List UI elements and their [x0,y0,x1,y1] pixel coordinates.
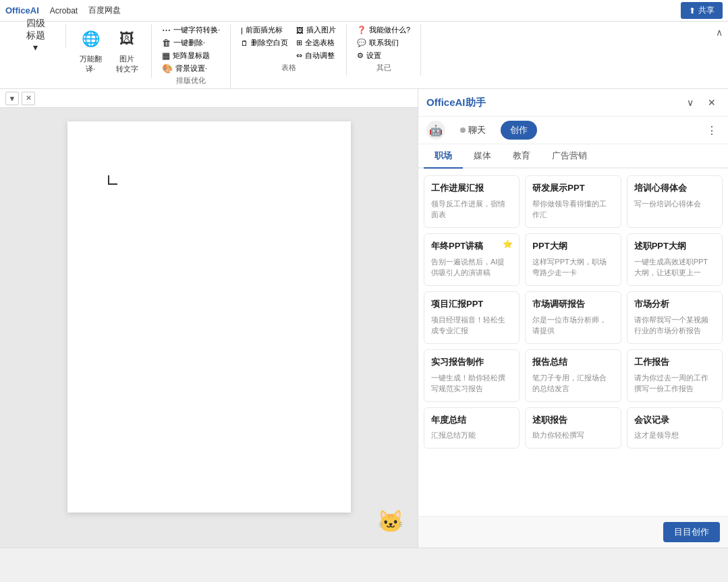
share-icon: ⬆ [689,6,696,16]
card-ppt-outline[interactable]: PPT大纲 这样写PPT大纲，职场弯路少走一卡 [525,233,621,286]
toolbar-close-icon[interactable]: ✕ [22,92,35,105]
bg-setting-button[interactable]: 🎨 背景设置· [160,63,222,74]
collapse-ribbon-icon[interactable]: ∧ [716,27,723,38]
heading-selector[interactable]: 四级标题 ▾ [24,24,48,46]
category-education[interactable]: 教育 [502,144,541,169]
workspace: ▼ ✕ 🐱 OfficeAI助手 ∨ ✕ 🤖 聊 [0,89,728,548]
card-year-end-ppt[interactable]: 年终PPT讲稿 告别一遍说然后，AI提供吸引人的演讲稿 ⭐ [424,233,520,286]
category-workplace[interactable]: 职场 [424,144,463,169]
cards-container: 工作进展汇报 领导反工作进展，宿情面表 研发展示PPT 帮你做领导看得懂的工作汇… [418,169,728,516]
select-icon: ⊞ [296,38,302,47]
create-button[interactable]: 目目创作 [663,522,720,542]
card-project-report[interactable]: 项目汇报PPT 项目经理福音！轻松生成专业汇报 [424,291,520,344]
card-work-report[interactable]: 工作报告 请为你过去一周的工作撰写一份工作报告 [627,349,723,402]
delete-blank-page-button[interactable]: 🗒 删除空白页 [239,37,290,49]
card-training-desc: 写一份培训心得体会 [634,198,715,210]
contact-icon: 💬 [357,38,366,47]
card-market-survey-title: 市场调研报告 [532,299,613,310]
one-key-symbol-button[interactable]: ⋯ 一键字符转换· [160,24,222,36]
card-report-summary[interactable]: 报告总结 笔刀子专用，汇报场合的总结发言 [525,349,621,402]
ai-panel-header: OfficeAI助手 ∨ ✕ [418,89,728,117]
tile-icon: ▦ [162,51,170,61]
translate-label: 万能翻 译· [80,54,102,74]
card-resume-ppt[interactable]: 述职PPT大纲 一键生成高效述职PPT大纲，让述职更上一 [627,233,723,286]
card-work-progress[interactable]: 工作进展汇报 领导反工作进展，宿情面表 [424,175,520,228]
minimize-icon[interactable]: ∨ [682,94,698,111]
tile-title-button[interactable]: ▦ 矩阵显标题 [160,50,222,61]
top-bar: OfficeAI Acrobat 百度网盘 ⬆ 共享 [0,0,728,22]
help-section: ❓ 我能做什么? 💬 联系我们 ⚙ 设置 其已 [347,24,421,76]
what-can-do-button[interactable]: ❓ 我能做什么? [355,24,412,36]
one-key-delete-button[interactable]: 🗑 一键删除· [160,37,222,49]
card-report-summary-desc: 笔刀子专用，汇报场合的总结发言 [532,372,613,395]
contact-us-button[interactable]: 💬 联系我们 [355,37,412,49]
img-to-text-label: 图片转文字 [116,54,138,74]
card-meeting-minutes[interactable]: 会议记录 这才是领导想 [627,407,723,448]
chat-dot [460,127,466,133]
card-project-report-desc: 项目经理福音！轻松生成专业汇报 [431,314,512,337]
document-area: ▼ ✕ 🐱 [0,89,418,548]
cards-grid: 工作进展汇报 领导反工作进展，宿情面表 研发展示PPT 帮你做领导看得懂的工作汇… [424,175,723,448]
table-label: 表格 [281,63,296,73]
tab-chat[interactable]: 聊天 [451,121,495,140]
card-performance-report-desc: 助力你轻松撰写 [532,430,613,441]
more-options-icon[interactable]: ⋮ [704,122,720,138]
insert-cursor-button[interactable]: | 前面插光标 [239,24,290,36]
card-annual-summary-title: 年度总结 [431,415,512,426]
card-work-report-title: 工作报告 [634,357,715,368]
collapse-icon[interactable]: ▼ [5,92,19,105]
img-to-text-button[interactable]: 🖼 图片转文字 [111,24,143,76]
card-meeting-minutes-desc: 这才是领导想 [634,430,715,441]
tab-create[interactable]: 创作 [501,121,537,140]
delete-icon: 🗑 [162,38,171,48]
create-tab-label: 创作 [510,124,528,136]
ribbon: 四级标题 ▾ 🌐 万能翻 译· 🖼 图片转文字 [0,22,728,89]
card-year-end-star-icon: ⭐ [503,239,513,250]
card-annual-summary[interactable]: 年度总结 汇报总结万能 [424,407,520,448]
cursor-icon: | [241,26,243,34]
translate-button[interactable]: 🌐 万能翻 译· [74,24,107,76]
settings-button[interactable]: ⚙ 设置 [355,50,412,61]
app-logo: OfficeAI [5,5,39,16]
page-canvas [67,121,351,513]
card-rd-ppt[interactable]: 研发展示PPT 帮你做领导看得懂的工作汇 [525,175,621,228]
share-button[interactable]: ⬆ 共享 [681,2,723,19]
card-year-end-ppt-desc: 告别一遍说然后，AI提供吸引人的演讲稿 [431,256,512,279]
card-report-summary-title: 报告总结 [532,357,613,368]
card-annual-summary-desc: 汇报总结万能 [431,430,512,441]
card-market-analysis[interactable]: 市场分析 请你帮我写一个某视频行业的市场分析报告 [627,291,723,344]
card-market-analysis-title: 市场分析 [634,299,715,310]
auto-adjust-button[interactable]: ⇔ 自动调整 [294,50,338,61]
category-advertising[interactable]: 广告营销 [541,144,598,169]
card-market-survey[interactable]: 市场调研报告 尔是一位市场分析师，请提供 [525,291,621,344]
select-all-table-button[interactable]: ⊞ 全选表格 [294,37,338,49]
translate-icon: 🌐 [77,26,104,53]
translate-section: 🌐 万能翻 译· 🖼 图片转文字 [66,24,152,78]
ai-panel: OfficeAI助手 ∨ ✕ 🤖 聊天 创作 ⋮ 职场 媒体 [418,89,728,548]
ai-tabs-row: 🤖 聊天 创作 ⋮ [418,117,728,144]
card-work-progress-title: 工作进展汇报 [431,183,512,194]
card-training-title: 培训心得体会 [634,183,715,194]
menu-acrobat[interactable]: Acrobat [50,6,78,16]
category-tabs: 职场 媒体 教育 广告营销 [418,144,728,169]
format-label: 排版优化 [176,76,206,86]
card-internship[interactable]: 实习报告制作 一键生成！助你轻松撰写规范实习报告 [424,349,520,402]
card-rd-ppt-title: 研发展示PPT [532,183,613,194]
menu-baidu-pan[interactable]: 百度网盘 [88,5,121,16]
insert-img-icon: 🖼 [296,26,304,34]
card-performance-report[interactable]: 述职报告 助力你轻松撰写 [525,407,621,448]
format-section: ⋯ 一键字符转换· 🗑 一键删除· ▦ 矩阵显标题 🎨 背景设置· [152,24,231,88]
symbol-icon: ⋯ [162,25,171,35]
help-icon: ❓ [357,26,366,34]
card-internship-desc: 一键生成！助你轻松撰写规范实习报告 [431,372,512,395]
card-work-progress-desc: 领导反工作进展，宿情面表 [431,198,512,221]
close-panel-icon[interactable]: ✕ [704,94,720,111]
card-performance-report-title: 述职报告 [532,415,613,426]
card-year-end-ppt-title: 年终PPT讲稿 [431,241,512,252]
ai-avatar: 🤖 [426,121,445,140]
ai-panel-title: OfficeAI助手 [426,96,486,109]
card-training[interactable]: 培训心得体会 写一份培训心得体会 [627,175,723,228]
category-media[interactable]: 媒体 [463,144,502,169]
adjust-icon: ⇔ [296,51,302,60]
insert-image-button[interactable]: 🖼 插入图片 [294,24,338,36]
